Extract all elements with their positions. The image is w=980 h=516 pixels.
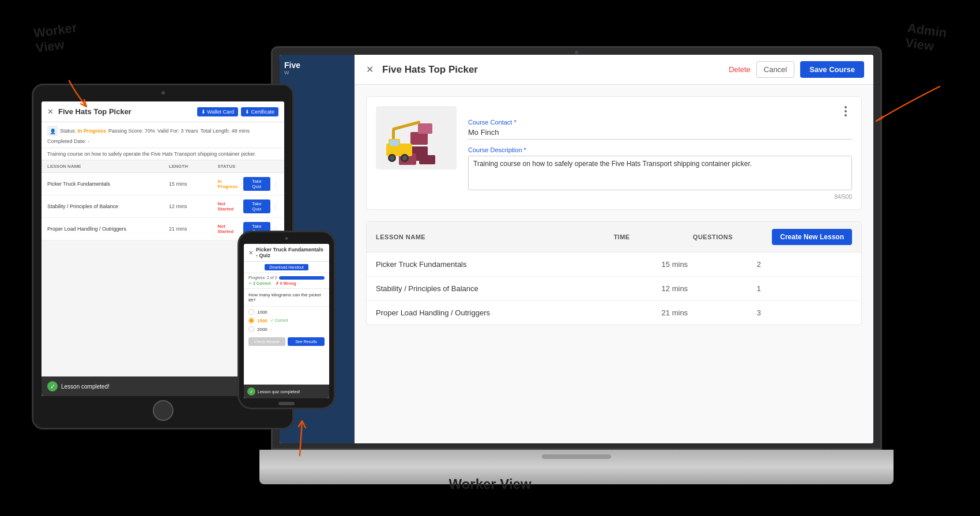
tablet-home-button[interactable] bbox=[153, 400, 174, 421]
worker-lesson-row[interactable]: Stability / Principles of Balance 12 min… bbox=[42, 195, 284, 218]
admin-lesson-row[interactable]: Stability / Principles of Balance 12 min… bbox=[367, 277, 861, 301]
lessons-table: LESSON NAME TIME QUESTIONS Create New Le… bbox=[366, 221, 862, 325]
admin-content: Course Contact * Mo Finch Course Descrip… bbox=[355, 85, 873, 443]
svg-rect-3 bbox=[410, 132, 428, 145]
certificate-button[interactable]: ⬇ Certificate bbox=[241, 107, 278, 116]
quiz-options: 1000 1500 ✓ Correct 2000 bbox=[244, 307, 329, 334]
lesson-questions-cell: 3 bbox=[757, 308, 852, 317]
worker-course-description: Training course on how to safely operate… bbox=[42, 148, 284, 160]
take-quiz-button[interactable]: Take Quiz bbox=[243, 199, 270, 213]
worker-panel-title: Five Hats Top Picker bbox=[58, 107, 197, 116]
create-new-lesson-button[interactable]: Create New Lesson bbox=[772, 229, 852, 245]
download-handout-button[interactable]: Download Handout bbox=[265, 264, 308, 270]
option-1-text: 1000 bbox=[257, 310, 267, 315]
quiz-progress-area: Progress: 2 of 2 ✓ 2 Correct ✗ 0 Wrong bbox=[244, 273, 329, 289]
passing-score: Passing Score: 70% bbox=[108, 128, 155, 134]
svg-point-13 bbox=[402, 156, 407, 160]
worker-lesson-length-cell: 21 mins bbox=[169, 226, 217, 232]
course-contact-label: Course Contact * bbox=[468, 119, 852, 126]
svg-rect-6 bbox=[392, 120, 421, 131]
lesson-more-icon[interactable]: ⋮ bbox=[273, 181, 278, 187]
see-results-button[interactable]: See Results bbox=[288, 337, 325, 346]
admin-lesson-row[interactable]: Picker Truck Fundamentals 15 mins 2 bbox=[367, 253, 861, 277]
worker-status-col: STATUS bbox=[217, 164, 278, 169]
check-icon: ✓ bbox=[47, 381, 58, 391]
admin-lesson-row[interactable]: Proper Load Handling / Outriggers 21 min… bbox=[367, 301, 861, 325]
quiz-option-1[interactable]: 1000 bbox=[248, 309, 325, 315]
svg-text:👤: 👤 bbox=[50, 128, 56, 135]
worker-lesson-row[interactable]: Picker Truck Fundamentals 15 mins In Pro… bbox=[42, 173, 284, 195]
laptop-device: FiveW E... A... P... C... U... N... ✕ Fi… bbox=[259, 46, 894, 484]
quiz-check-icon: ✓ bbox=[247, 387, 255, 396]
quiz-close-button[interactable]: ✕ bbox=[248, 250, 253, 256]
admin-lessons-list: Picker Truck Fundamentals 15 mins 2 Stab… bbox=[367, 253, 861, 325]
correct-label: ✓ 2 Correct bbox=[248, 281, 271, 286]
phone-frame: ✕ Picker Truck Fundamentals - Quiz Downl… bbox=[238, 231, 336, 409]
worker-panel-actions: ⬇ Wallet Card ⬇ Certificate bbox=[197, 107, 278, 116]
radio-2[interactable] bbox=[248, 318, 254, 323]
lesson-name-cell: Stability / Principles of Balance bbox=[376, 284, 662, 293]
laptop-camera bbox=[575, 51, 578, 54]
quiz-option-3[interactable]: 2000 bbox=[248, 326, 325, 332]
quiz-option-2[interactable]: 1500 ✓ Correct bbox=[248, 318, 325, 323]
progress-bar-fill bbox=[279, 276, 325, 280]
option-3-text: 2000 bbox=[257, 327, 267, 332]
wallet-card-button[interactable]: ⬇ Wallet Card bbox=[197, 107, 238, 116]
lesson-time-cell: 12 mins bbox=[662, 284, 757, 293]
delete-button[interactable]: Delete bbox=[729, 65, 751, 74]
worker-lesson-name-cell: Stability / Principles of Balance bbox=[47, 204, 169, 209]
worker-lesson-name-cell: Proper Load Handling / Outriggers bbox=[47, 226, 169, 232]
course-description-textarea[interactable]: Training course on how to safely operate… bbox=[468, 156, 852, 190]
more-options-button[interactable] bbox=[839, 106, 852, 116]
worker-lesson-status-cell: Not Started Take Quiz ⋮ bbox=[217, 199, 278, 213]
quiz-action-buttons: Check Answer See Results bbox=[244, 334, 329, 349]
lesson-time-cell: 15 mins bbox=[662, 260, 757, 269]
lesson-more-icon[interactable]: ⋮ bbox=[273, 204, 278, 210]
admin-header-actions: Delete Cancel Save Course bbox=[729, 61, 864, 78]
take-quiz-button[interactable]: Take Quiz bbox=[243, 177, 270, 191]
status-value: In Progress bbox=[78, 128, 107, 134]
svg-rect-2 bbox=[419, 155, 435, 164]
tablet-camera bbox=[161, 91, 165, 95]
worker-view-annotation-top: WorkerView bbox=[33, 20, 80, 57]
option-2-correct-indicator: ✓ Correct bbox=[270, 318, 288, 323]
radio-3[interactable] bbox=[248, 326, 254, 332]
status-label: Status: In Progress bbox=[60, 128, 106, 134]
wrong-label: ✗ 0 Wrong bbox=[276, 281, 296, 286]
worker-lesson-length-cell: 15 mins bbox=[169, 181, 217, 187]
admin-close-button[interactable]: ✕ bbox=[364, 64, 375, 76]
check-answer-button[interactable]: Check Answer bbox=[248, 337, 285, 346]
quiz-download-section: Download Handout bbox=[244, 262, 329, 273]
phone-screen: ✕ Picker Truck Fundamentals - Quiz Downl… bbox=[244, 244, 329, 398]
worker-lessons-header: LESSON NAME LENGTH STATUS bbox=[42, 160, 284, 173]
quiz-score-labels: ✓ 2 Correct ✗ 0 Wrong bbox=[248, 281, 325, 286]
cancel-button[interactable]: Cancel bbox=[756, 61, 794, 78]
radio-1[interactable] bbox=[248, 309, 254, 315]
option-2-text: 1500 bbox=[257, 318, 267, 323]
worker-status-bar: 👤 Status: In Progress Passing Score: 70%… bbox=[42, 122, 284, 148]
total-length: Total Length: 48 mins bbox=[200, 128, 250, 134]
lesson-name-cell: Proper Load Handling / Outriggers bbox=[376, 308, 662, 317]
svg-rect-4 bbox=[418, 123, 432, 134]
completed-date: Completed Date: - bbox=[47, 138, 89, 144]
laptop-screen: FiveW E... A... P... C... U... N... ✕ Fi… bbox=[280, 55, 873, 443]
course-contact-value: Mo Finch bbox=[468, 128, 852, 140]
quiz-completed-toast: ✓ Lesson quiz completed! bbox=[244, 385, 329, 398]
phone-home-indicator[interactable] bbox=[278, 402, 295, 405]
lesson-questions-cell: 1 bbox=[757, 284, 852, 293]
valid-for: Valid For: 3 Years bbox=[157, 128, 198, 134]
worker-lesson-name-col: LESSON NAME bbox=[47, 164, 169, 169]
quiz-header: ✕ Picker Truck Fundamentals - Quiz bbox=[244, 244, 329, 262]
worker-panel-header: ✕ Five Hats Top Picker ⬇ Wallet Card ⬇ C… bbox=[42, 101, 284, 122]
worker-close-button[interactable]: ✕ bbox=[47, 107, 54, 116]
worker-lesson-length-cell: 12 mins bbox=[169, 204, 217, 209]
char-count: 84/500 bbox=[468, 194, 852, 200]
status-icon: 👤 bbox=[47, 126, 58, 136]
phone-device: ✕ Picker Truck Fundamentals - Quiz Downl… bbox=[238, 231, 336, 409]
course-description-section: Course Description * Training course on … bbox=[468, 146, 852, 200]
time-column-header: TIME bbox=[613, 233, 692, 240]
lesson-name-column-header: LESSON NAME bbox=[376, 233, 613, 240]
save-course-button[interactable]: Save Course bbox=[800, 61, 864, 78]
quiz-panel: ✕ Picker Truck Fundamentals - Quiz Downl… bbox=[244, 244, 329, 398]
quiz-title: Picker Truck Fundamentals - Quiz bbox=[256, 247, 325, 258]
